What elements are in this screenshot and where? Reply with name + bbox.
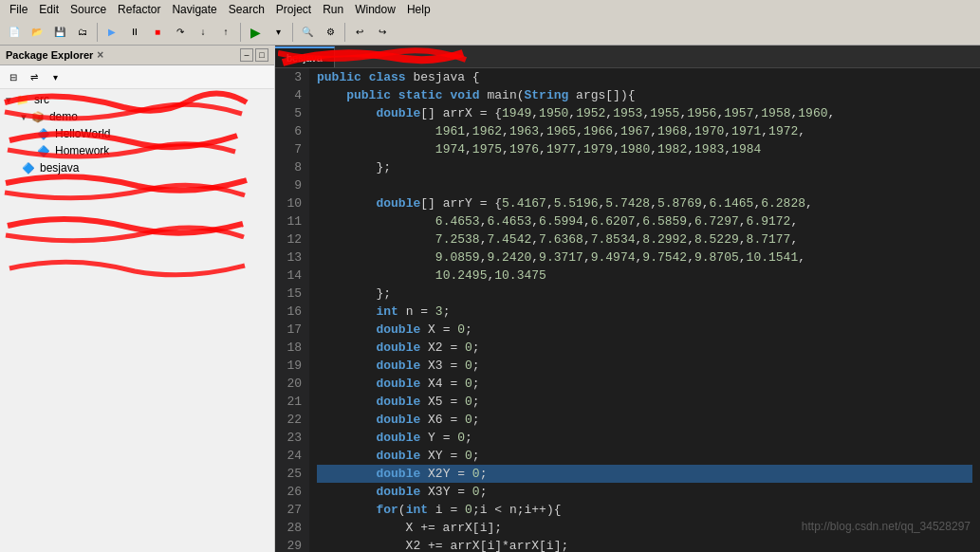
pause-button[interactable]: ⏸ xyxy=(124,22,145,43)
code-line[interactable]: double X = 0; xyxy=(317,321,972,339)
menu-file[interactable]: File xyxy=(4,1,33,18)
code-line[interactable]: 1974,1975,1976,1977,1979,1980,1982,1983,… xyxy=(317,140,972,158)
tree-label: Homework xyxy=(55,144,109,157)
tree-label: besjava xyxy=(40,161,79,175)
menu-project[interactable]: Project xyxy=(270,1,317,18)
editor-area: besjava 34567891011121314151617181920212… xyxy=(275,46,980,552)
open-button[interactable]: 📂 xyxy=(27,22,47,43)
undo-button[interactable]: ↩ xyxy=(349,22,370,43)
menu-help[interactable]: Help xyxy=(401,1,436,18)
tree-item-helloworld[interactable]: 🔷 HelloWorld xyxy=(0,125,274,142)
sidebar-header: Package Explorer × – □ xyxy=(0,46,274,65)
code-content[interactable]: public class besjava { public static voi… xyxy=(309,68,980,552)
separator-2 xyxy=(240,23,241,42)
separator-4 xyxy=(344,23,345,42)
tree-label: demo xyxy=(49,110,78,123)
tree-item-demo[interactable]: ▼ 📦 demo xyxy=(0,108,274,125)
menu-window[interactable]: Window xyxy=(349,1,401,18)
sidebar-toolbar: ⊟ ⇌ ▾ xyxy=(0,65,274,89)
sidebar-close-icon[interactable]: × xyxy=(97,48,103,62)
class-icon: 🔷 xyxy=(36,126,51,141)
run-button[interactable]: ▶ xyxy=(245,22,266,43)
separator-1 xyxy=(97,23,98,42)
sidebar-maximize-button[interactable]: □ xyxy=(255,48,268,62)
code-line[interactable] xyxy=(317,176,972,194)
line-numbers: 3456789101112131415161718192021222324252… xyxy=(275,68,309,552)
code-line[interactable]: double X2 = 0; xyxy=(317,339,972,357)
class-icon: 🔷 xyxy=(36,143,51,158)
code-line[interactable]: X += arrX[i]; xyxy=(317,519,972,537)
sidebar-title: Package Explorer xyxy=(6,49,93,61)
code-line[interactable]: double Y = 0; xyxy=(317,429,972,447)
code-line[interactable]: 1961,1962,1963,1965,1966,1967,1968,1970,… xyxy=(317,122,972,140)
tree-item-src[interactable]: ▼ 📁 src xyxy=(0,91,274,108)
tree-label: HelloWorld xyxy=(55,127,110,140)
code-line[interactable]: double X3Y = 0; xyxy=(317,483,972,501)
menu-source[interactable]: Source xyxy=(65,1,112,18)
sidebar: Package Explorer × – □ ⊟ ⇌ ▾ ▼ 📁 src xyxy=(0,46,275,552)
menu-search[interactable]: Search xyxy=(223,1,270,18)
debug-button[interactable]: ▶ xyxy=(102,22,122,43)
code-line[interactable]: double[] arrY = {5.4167,5.5196,5.7428,5.… xyxy=(317,194,972,212)
code-line[interactable]: 9.0859,9.2420,9.3717,9.4974,9.7542,9.870… xyxy=(317,248,972,267)
toolbar: 📄 📂 💾 🗂 ▶ ⏸ ■ ↷ ↓ ↑ ▶ ▾ 🔍 ⚙ ↩ ↪ xyxy=(0,19,980,46)
folder-icon: 📁 xyxy=(15,92,30,107)
separator-3 xyxy=(292,23,293,42)
tree-label: src xyxy=(34,93,49,106)
save-all-button[interactable]: 🗂 xyxy=(72,22,93,43)
editor-tab-bar: besjava xyxy=(275,46,980,68)
code-line[interactable]: X2 += arrX[i]*arrX[i]; xyxy=(317,537,972,552)
code-line[interactable]: double[] arrX = {1949,1950,1952,1953,195… xyxy=(317,104,972,122)
menu-run[interactable]: Run xyxy=(317,1,349,18)
stop-button[interactable]: ■ xyxy=(147,22,168,43)
code-line[interactable]: double X2Y = 0; xyxy=(317,465,972,483)
step-into-button[interactable]: ↓ xyxy=(193,22,213,43)
code-line[interactable]: double XY = 0; xyxy=(317,447,972,465)
code-line[interactable]: int n = 3; xyxy=(317,303,972,321)
step-over-button[interactable]: ↷ xyxy=(170,22,191,43)
code-line[interactable]: public class besjava { xyxy=(317,68,972,86)
menu-edit[interactable]: Edit xyxy=(33,1,65,18)
tree-item-homework[interactable]: 🔷 Homework xyxy=(0,142,274,159)
code-line[interactable]: }; xyxy=(317,158,972,176)
settings-button[interactable]: ⚙ xyxy=(320,22,341,43)
code-line[interactable]: for(int i = 0;i < n;i++){ xyxy=(317,501,972,519)
new-button[interactable]: 📄 xyxy=(4,22,25,43)
search-button[interactable]: 🔍 xyxy=(297,22,318,43)
code-line[interactable]: }; xyxy=(317,285,972,303)
class-icon: 🔷 xyxy=(21,160,36,175)
save-button[interactable]: 💾 xyxy=(49,22,70,43)
redo-button[interactable]: ↪ xyxy=(372,22,393,43)
code-line[interactable]: 6.4653,6.4653,6.5994,6.6207,6.5859,6.729… xyxy=(317,212,972,230)
step-out-button[interactable]: ↑ xyxy=(215,22,236,43)
code-line[interactable]: 7.2538,7.4542,7.6368,7.8534,8.2992,8.522… xyxy=(317,230,972,248)
code-line[interactable]: 10.2495,10.3475 xyxy=(317,267,972,285)
tree-item-besjava[interactable]: 🔷 besjava xyxy=(0,159,274,176)
collapse-all-button[interactable]: ⊟ xyxy=(4,67,23,86)
run-dropdown[interactable]: ▾ xyxy=(268,22,288,43)
sidebar-content: ▼ 📁 src ▼ 📦 demo 🔷 HelloWorld 🔷 xyxy=(0,89,274,552)
menu-refactor[interactable]: Refactor xyxy=(112,1,166,18)
code-line[interactable]: public static void main(String args[]){ xyxy=(317,86,972,104)
menu-bar: File Edit Source Refactor Navigate Searc… xyxy=(0,0,980,19)
code-line[interactable]: double X4 = 0; xyxy=(317,375,972,393)
link-editor-button[interactable]: ⇌ xyxy=(25,67,44,86)
package-icon: 📦 xyxy=(30,109,46,124)
view-menu-button[interactable]: ▾ xyxy=(46,67,65,86)
code-line[interactable]: double X5 = 0; xyxy=(317,393,972,411)
code-container: 3456789101112131415161718192021222324252… xyxy=(275,68,980,552)
sidebar-minimize-button[interactable]: – xyxy=(240,48,253,62)
code-line[interactable]: double X3 = 0; xyxy=(317,357,972,375)
code-line[interactable]: double X6 = 0; xyxy=(317,411,972,429)
menu-navigate[interactable]: Navigate xyxy=(166,1,222,18)
editor-tab-besjava[interactable]: besjava xyxy=(275,46,335,67)
